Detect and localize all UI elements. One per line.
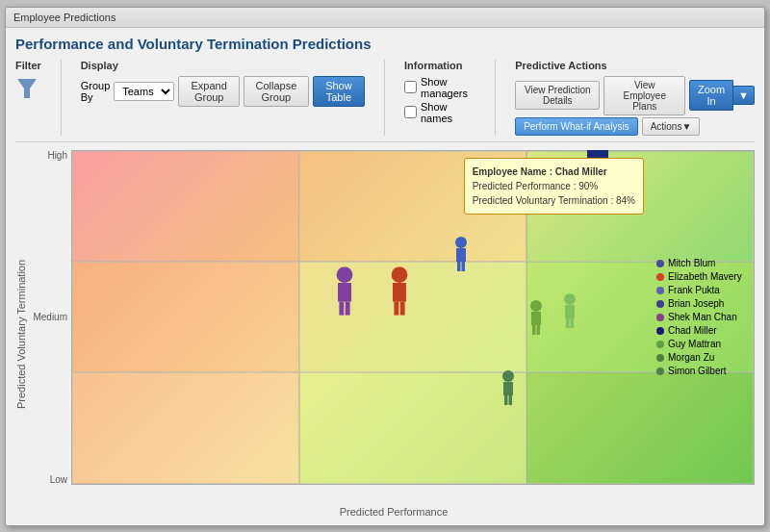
legend-name: Frank Pukta	[668, 285, 720, 295]
legend-item: Frank Pukta	[656, 285, 755, 295]
legend-dot	[656, 300, 664, 308]
person-figure-person-green3[interactable]	[562, 293, 578, 334]
person-figure-chad-miller[interactable]	[580, 150, 614, 197]
expand-group-button[interactable]: Expand Group	[178, 76, 240, 107]
chart-plot: Employee Name : Chad Miller Predicted Pe…	[71, 150, 755, 504]
display-label: Display	[81, 60, 366, 71]
predictive-row1: View Prediction Details View Employee Pl…	[515, 76, 755, 115]
svg-rect-24	[509, 395, 513, 405]
show-managers-row: Show managers	[404, 76, 475, 99]
filter-icon[interactable]	[15, 76, 38, 103]
legend-dot	[656, 260, 664, 267]
chart-main: High Medium Low	[33, 150, 755, 504]
separator2	[384, 60, 385, 136]
svg-rect-2	[587, 150, 608, 164]
toolbar: Filter Display Group By Teams Expand Gro…	[15, 60, 755, 142]
legend-dot	[656, 314, 664, 321]
legend-dot	[656, 354, 664, 362]
x-axis-title: Predicted Performance	[33, 506, 755, 518]
display-controls: Group By Teams Expand Group Collapse Gro…	[81, 76, 366, 107]
chart-area: Predicted Voluntary Termination High Med…	[15, 150, 755, 518]
svg-rect-7	[394, 302, 398, 316]
y-tick-high: High	[47, 150, 67, 161]
zoom-in-button[interactable]: Zoom In	[689, 80, 733, 111]
view-prediction-button[interactable]: View Prediction Details	[515, 81, 600, 110]
legend-name: Simon Gilbert	[668, 366, 727, 376]
teams-select[interactable]: Teams	[114, 82, 174, 101]
group-by-label: Group By	[81, 80, 111, 103]
svg-rect-16	[461, 262, 465, 271]
information-section: Information Show managers Show names	[404, 60, 475, 124]
svg-rect-19	[532, 325, 536, 335]
legend-item: Shek Man Chan	[656, 312, 755, 322]
svg-rect-18	[531, 312, 541, 325]
legend-item: Elizabeth Mavery	[656, 271, 755, 282]
legend-name: Chad Miller	[668, 325, 717, 336]
whatif-button[interactable]: Perform What-if Analysis	[515, 117, 637, 136]
svg-rect-8	[400, 302, 405, 316]
svg-point-21	[502, 370, 514, 382]
y-ticks: High Medium Low	[33, 150, 71, 504]
show-table-button[interactable]: Show Table	[313, 76, 366, 107]
person-figure-person-small1[interactable]	[453, 237, 469, 277]
legend-name: Brian Joseph	[668, 298, 724, 309]
actions-button[interactable]: Actions▼	[642, 117, 701, 136]
window-title: Employee Predictions	[13, 12, 116, 23]
person-figure-person-green2[interactable]	[500, 370, 516, 411]
legend-item: Brian Joseph	[656, 298, 755, 309]
predictive-label: Predictive Actions	[515, 60, 755, 71]
person-figure-person-purple[interactable]	[334, 267, 355, 324]
legend-dot	[656, 327, 664, 335]
legend-dot	[656, 367, 664, 375]
y-tick-low: Low	[50, 474, 67, 485]
chart-legend: Mitch BlumElizabeth MaveryFrank PuktaBri…	[649, 150, 755, 485]
svg-rect-26	[565, 305, 575, 318]
person-figure-person-green1[interactable]	[528, 300, 544, 341]
separator1	[61, 60, 62, 136]
separator3	[495, 60, 496, 136]
predictive-row2: Perform What-if Analysis Actions▼	[515, 117, 755, 136]
svg-point-9	[337, 267, 353, 284]
svg-rect-12	[346, 302, 350, 316]
information-label: Information	[404, 60, 475, 71]
legend-name: Guy Mattran	[668, 339, 721, 349]
main-window: Employee Predictions Performance and Vol…	[5, 7, 765, 526]
legend-dot	[656, 273, 664, 281]
svg-point-25	[564, 293, 576, 305]
show-names-label: Show names	[421, 101, 475, 124]
filter-label: Filter	[15, 60, 41, 71]
show-managers-checkbox[interactable]	[404, 81, 417, 93]
legend-item: Mitch Blum	[656, 258, 755, 268]
view-employee-button[interactable]: View Employee Plans	[603, 76, 685, 115]
display-section: Display Group By Teams Expand Group Coll…	[81, 60, 366, 107]
svg-rect-11	[339, 302, 344, 316]
zoom-arrow-button[interactable]: ▼	[733, 86, 755, 105]
svg-rect-3	[589, 163, 597, 184]
filter-section: Filter	[15, 60, 41, 103]
svg-point-17	[530, 300, 542, 312]
legend-name: Elizabeth Mavery	[668, 271, 742, 282]
legend-dot	[656, 341, 664, 348]
checkbox-group: Show managers Show names	[404, 76, 475, 124]
person-figure-person-red[interactable]	[389, 267, 410, 324]
zoom-group: Zoom In ▼	[689, 80, 755, 111]
svg-marker-0	[17, 79, 37, 98]
svg-rect-23	[504, 395, 508, 405]
chad-miller-tooltip: Employee Name : Chad Miller Predicted Pe…	[464, 158, 644, 215]
chart-inner: High Medium Low	[33, 150, 755, 518]
legend-item: Morgan Zu	[656, 352, 755, 363]
content-area: Performance and Voluntary Termination Pr…	[6, 28, 764, 525]
svg-rect-4	[599, 163, 606, 184]
svg-rect-22	[503, 382, 513, 395]
y-axis-label: Predicted Voluntary Termination	[15, 150, 33, 518]
show-names-row: Show names	[404, 101, 475, 124]
legend-item: Guy Mattran	[656, 339, 755, 349]
svg-rect-14	[456, 248, 466, 262]
legend-name: Mitch Blum	[668, 258, 715, 268]
legend-name: Shek Man Chan	[668, 312, 737, 322]
show-names-checkbox[interactable]	[404, 106, 417, 118]
svg-rect-27	[566, 318, 570, 328]
legend-item: Chad Miller	[656, 325, 755, 336]
predictive-section: Predictive Actions View Prediction Detai…	[515, 60, 755, 136]
collapse-group-button[interactable]: Collapse Group	[244, 76, 308, 107]
